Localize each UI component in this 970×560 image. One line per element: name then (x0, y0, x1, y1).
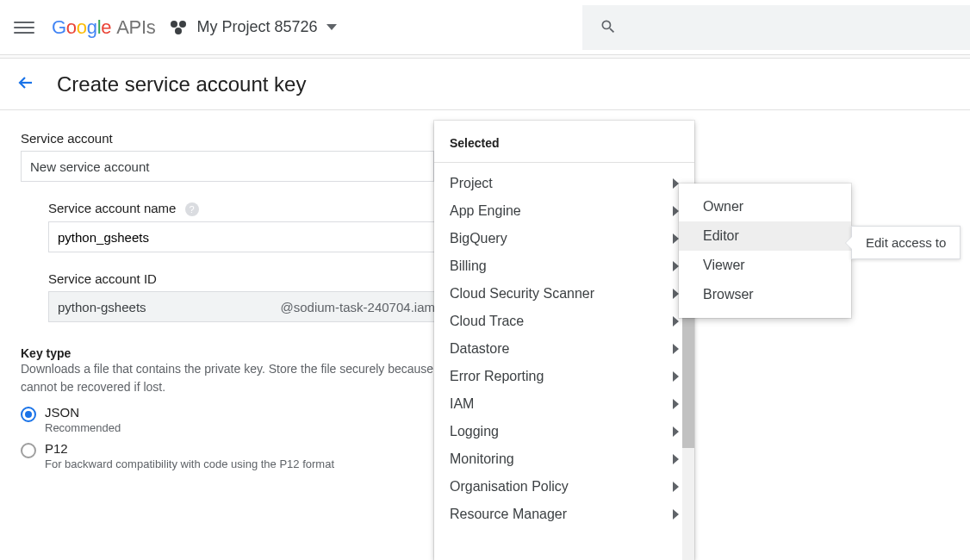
key-type-help: Downloads a file that contains the priva… (21, 360, 503, 396)
role-category-item[interactable]: Billing (434, 252, 694, 280)
chevron-right-icon (673, 206, 679, 216)
role-category-label: App Engine (450, 203, 521, 219)
role-category-item[interactable]: Cloud Trace (434, 308, 694, 335)
role-submenu-item[interactable]: Editor (679, 221, 851, 251)
role-submenu-item[interactable]: Owner (679, 192, 851, 221)
role-menu-header: Selected (434, 121, 694, 163)
radio-json-control[interactable] (21, 407, 36, 422)
top-bar: Google APIs My Project 85726 (0, 0, 970, 55)
radio-json-title: JSON (45, 405, 121, 420)
role-submenu-item[interactable]: Viewer (679, 251, 851, 280)
project-selector[interactable]: My Project 85726 (171, 18, 336, 36)
chevron-down-icon (326, 24, 337, 30)
chevron-right-icon (673, 289, 679, 299)
role-category-label: IAM (450, 396, 474, 412)
role-category-item[interactable]: BigQuery (434, 225, 694, 252)
role-category-item[interactable]: Organisation Policy (434, 473, 694, 501)
service-account-name-input[interactable] (48, 221, 462, 252)
project-name: My Project 85726 (196, 18, 317, 36)
chevron-right-icon (673, 399, 679, 409)
role-category-label: Error Reporting (450, 369, 544, 384)
chevron-right-icon (673, 371, 679, 382)
chevron-right-icon (673, 454, 679, 464)
chevron-right-icon (673, 426, 679, 437)
name-field[interactable] (58, 230, 452, 245)
menu-icon[interactable] (14, 17, 34, 38)
role-category-label: BigQuery (450, 231, 507, 246)
role-submenu-item[interactable]: Browser (679, 280, 851, 309)
role-category-item[interactable]: Datastore (434, 335, 694, 363)
role-category-label: Monitoring (450, 451, 514, 467)
page-title: Create service account key (57, 72, 306, 96)
radio-json-sub: Recommended (45, 421, 121, 434)
role-category-item[interactable]: Monitoring (434, 445, 694, 473)
role-category-label: Organisation Policy (450, 479, 569, 495)
chevron-right-icon (673, 261, 679, 271)
id-value: python-gsheets (58, 300, 146, 314)
role-category-label: Cloud Trace (450, 314, 524, 329)
role-category-label: Project (450, 176, 493, 191)
role-category-label: Logging (450, 424, 499, 439)
role-category-label: Billing (450, 258, 487, 274)
radio-p12-sub: For backward compatibility with code usi… (45, 457, 334, 470)
chevron-right-icon (673, 344, 679, 354)
role-category-item[interactable]: Cloud Security Scanner (434, 280, 694, 308)
radio-p12-title: P12 (45, 441, 334, 456)
chevron-right-icon (673, 482, 679, 492)
chevron-right-icon (673, 509, 679, 520)
role-category-list: ProjectApp EngineBigQueryBillingCloud Se… (434, 163, 694, 535)
role-category-label: Resource Manager (450, 507, 567, 522)
role-category-item[interactable]: Resource Manager (434, 501, 694, 528)
role-category-item[interactable]: App Engine (434, 197, 694, 225)
chevron-right-icon (673, 233, 679, 244)
radio-p12-control[interactable] (21, 443, 36, 458)
search-icon (600, 18, 617, 38)
apis-label: APIs (116, 16, 155, 39)
role-category-menu[interactable]: Selected ProjectApp EngineBigQueryBillin… (434, 121, 694, 560)
search-input[interactable] (582, 5, 970, 50)
role-category-item[interactable]: Project (434, 170, 694, 197)
chevron-right-icon (673, 316, 679, 327)
google-apis-logo[interactable]: Google APIs (52, 16, 155, 39)
chevron-right-icon (673, 178, 679, 189)
back-arrow-icon[interactable] (16, 72, 36, 96)
service-account-value: New service account (30, 159, 149, 174)
role-category-label: Datastore (450, 341, 509, 357)
role-category-item[interactable]: IAM (434, 390, 694, 418)
role-category-label: Cloud Security Scanner (450, 286, 594, 302)
role-category-item[interactable]: Error Reporting (434, 363, 694, 390)
help-icon[interactable]: ? (185, 202, 199, 216)
role-submenu[interactable]: OwnerEditorViewerBrowser (679, 184, 851, 318)
role-category-item[interactable]: Logging (434, 418, 694, 445)
role-tooltip: Edit access to (851, 226, 961, 259)
service-account-select[interactable]: New service account (21, 151, 434, 182)
project-icon (171, 19, 188, 36)
page-header: Create service account key (0, 59, 970, 110)
id-suffix: @sodium-task-240704.iam.gs (281, 300, 452, 314)
service-account-id-field[interactable]: python-gsheets @sodium-task-240704.iam.g… (48, 291, 462, 322)
